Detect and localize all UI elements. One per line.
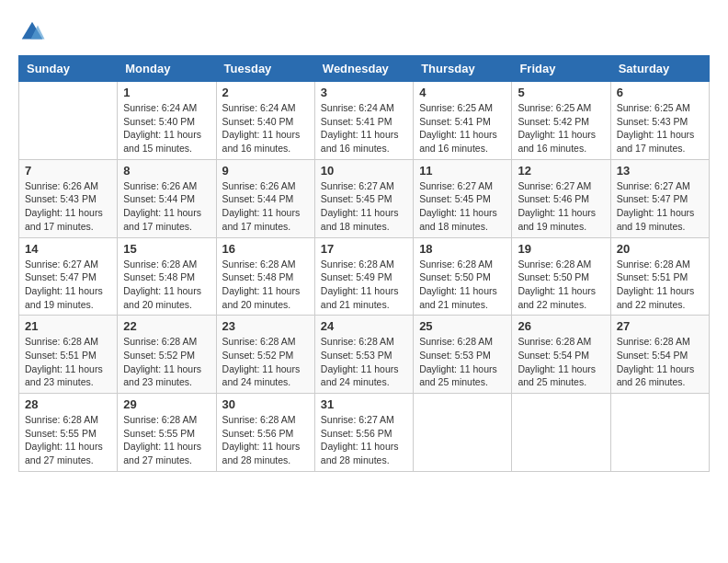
day-number: 9 [222, 164, 309, 178]
day-number: 15 [123, 242, 210, 256]
calendar-cell [610, 394, 709, 472]
week-row-4: 21Sunrise: 6:28 AM Sunset: 5:51 PM Dayli… [19, 316, 710, 394]
cell-info: Sunrise: 6:28 AM Sunset: 5:53 PM Dayligh… [321, 335, 407, 389]
day-number: 20 [617, 242, 703, 256]
cell-info: Sunrise: 6:27 AM Sunset: 5:45 PM Dayligh… [419, 179, 506, 234]
cell-info: Sunrise: 6:24 AM Sunset: 5:40 PM Dayligh… [222, 101, 309, 155]
day-number: 27 [617, 319, 703, 333]
calendar-cell: 9Sunrise: 6:26 AM Sunset: 5:44 PM Daylig… [216, 159, 314, 237]
cell-info: Sunrise: 6:27 AM Sunset: 5:45 PM Dayligh… [321, 179, 407, 234]
calendar-cell: 17Sunrise: 6:28 AM Sunset: 5:49 PM Dayli… [314, 237, 413, 316]
week-row-2: 7Sunrise: 6:26 AM Sunset: 5:43 PM Daylig… [19, 159, 710, 237]
calendar-cell: 8Sunrise: 6:26 AM Sunset: 5:44 PM Daylig… [118, 159, 216, 237]
calendar-cell: 7Sunrise: 6:26 AM Sunset: 5:43 PM Daylig… [19, 159, 118, 237]
cell-info: Sunrise: 6:25 AM Sunset: 5:41 PM Dayligh… [419, 101, 506, 155]
day-number: 10 [321, 164, 407, 178]
cell-info: Sunrise: 6:28 AM Sunset: 5:50 PM Dayligh… [419, 258, 506, 312]
calendar-cell: 28Sunrise: 6:28 AM Sunset: 5:55 PM Dayli… [19, 394, 118, 472]
day-number: 16 [222, 242, 309, 256]
cell-info: Sunrise: 6:27 AM Sunset: 5:46 PM Dayligh… [518, 179, 604, 234]
cell-info: Sunrise: 6:26 AM Sunset: 5:43 PM Dayligh… [25, 179, 111, 234]
calendar-cell: 3Sunrise: 6:24 AM Sunset: 5:41 PM Daylig… [314, 82, 413, 160]
column-header-monday: Monday [118, 56, 216, 82]
cell-info: Sunrise: 6:26 AM Sunset: 5:44 PM Dayligh… [123, 179, 210, 234]
calendar-cell: 26Sunrise: 6:28 AM Sunset: 5:54 PM Dayli… [512, 316, 610, 394]
page-header [18, 18, 710, 46]
calendar-cell: 22Sunrise: 6:28 AM Sunset: 5:52 PM Dayli… [118, 316, 216, 394]
day-number: 26 [518, 319, 604, 333]
calendar-cell: 31Sunrise: 6:27 AM Sunset: 5:56 PM Dayli… [314, 394, 413, 472]
day-number: 30 [222, 397, 309, 411]
calendar-cell: 4Sunrise: 6:25 AM Sunset: 5:41 PM Daylig… [414, 82, 512, 160]
cell-info: Sunrise: 6:27 AM Sunset: 5:47 PM Dayligh… [25, 258, 111, 312]
header-row: SundayMondayTuesdayWednesdayThursdayFrid… [19, 56, 710, 82]
day-number: 29 [123, 397, 210, 411]
column-header-wednesday: Wednesday [314, 56, 413, 82]
calendar-cell: 15Sunrise: 6:28 AM Sunset: 5:48 PM Dayli… [118, 237, 216, 316]
cell-info: Sunrise: 6:28 AM Sunset: 5:54 PM Dayligh… [518, 335, 604, 389]
day-number: 19 [518, 242, 604, 256]
cell-info: Sunrise: 6:28 AM Sunset: 5:51 PM Dayligh… [25, 335, 111, 389]
day-number: 5 [518, 86, 604, 99]
calendar-cell: 2Sunrise: 6:24 AM Sunset: 5:40 PM Daylig… [216, 82, 314, 160]
cell-info: Sunrise: 6:28 AM Sunset: 5:50 PM Dayligh… [518, 258, 604, 312]
day-number: 3 [321, 86, 407, 99]
cell-info: Sunrise: 6:27 AM Sunset: 5:56 PM Dayligh… [321, 413, 407, 467]
calendar-cell [512, 394, 610, 472]
cell-info: Sunrise: 6:25 AM Sunset: 5:43 PM Dayligh… [617, 101, 703, 155]
day-number: 18 [419, 242, 506, 256]
column-header-friday: Friday [512, 56, 610, 82]
cell-info: Sunrise: 6:28 AM Sunset: 5:48 PM Dayligh… [222, 258, 309, 312]
calendar-cell: 16Sunrise: 6:28 AM Sunset: 5:48 PM Dayli… [216, 237, 314, 316]
calendar-cell: 20Sunrise: 6:28 AM Sunset: 5:51 PM Dayli… [610, 237, 709, 316]
calendar-cell: 14Sunrise: 6:27 AM Sunset: 5:47 PM Dayli… [19, 237, 118, 316]
day-number: 17 [321, 242, 407, 256]
day-number: 21 [25, 319, 111, 333]
calendar-cell: 24Sunrise: 6:28 AM Sunset: 5:53 PM Dayli… [314, 316, 413, 394]
cell-info: Sunrise: 6:27 AM Sunset: 5:47 PM Dayligh… [617, 179, 703, 234]
day-number: 12 [518, 164, 604, 178]
day-number: 1 [123, 86, 210, 99]
calendar-cell: 21Sunrise: 6:28 AM Sunset: 5:51 PM Dayli… [19, 316, 118, 394]
cell-info: Sunrise: 6:26 AM Sunset: 5:44 PM Dayligh… [222, 179, 309, 234]
column-header-saturday: Saturday [610, 56, 709, 82]
cell-info: Sunrise: 6:25 AM Sunset: 5:42 PM Dayligh… [518, 101, 604, 155]
calendar-cell: 1Sunrise: 6:24 AM Sunset: 5:40 PM Daylig… [118, 82, 216, 160]
cell-info: Sunrise: 6:28 AM Sunset: 5:51 PM Dayligh… [617, 258, 703, 312]
cell-info: Sunrise: 6:28 AM Sunset: 5:52 PM Dayligh… [123, 335, 210, 389]
day-number: 11 [419, 164, 506, 178]
day-number: 4 [419, 86, 506, 99]
day-number: 22 [123, 319, 210, 333]
day-number: 13 [617, 164, 703, 178]
day-number: 6 [617, 86, 703, 99]
column-header-thursday: Thursday [414, 56, 512, 82]
column-header-sunday: Sunday [19, 56, 118, 82]
cell-info: Sunrise: 6:28 AM Sunset: 5:53 PM Dayligh… [419, 335, 506, 389]
logo-icon [18, 18, 46, 46]
calendar-cell: 25Sunrise: 6:28 AM Sunset: 5:53 PM Dayli… [414, 316, 512, 394]
cell-info: Sunrise: 6:28 AM Sunset: 5:54 PM Dayligh… [617, 335, 703, 389]
calendar-cell: 19Sunrise: 6:28 AM Sunset: 5:50 PM Dayli… [512, 237, 610, 316]
calendar-table: SundayMondayTuesdayWednesdayThursdayFrid… [18, 55, 710, 472]
day-number: 14 [25, 242, 111, 256]
calendar-cell: 11Sunrise: 6:27 AM Sunset: 5:45 PM Dayli… [414, 159, 512, 237]
calendar-cell: 10Sunrise: 6:27 AM Sunset: 5:45 PM Dayli… [314, 159, 413, 237]
cell-info: Sunrise: 6:28 AM Sunset: 5:55 PM Dayligh… [123, 413, 210, 467]
logo [18, 18, 50, 46]
calendar-cell: 5Sunrise: 6:25 AM Sunset: 5:42 PM Daylig… [512, 82, 610, 160]
day-number: 2 [222, 86, 309, 99]
day-number: 8 [123, 164, 210, 178]
calendar-cell: 29Sunrise: 6:28 AM Sunset: 5:55 PM Dayli… [118, 394, 216, 472]
calendar-cell: 30Sunrise: 6:28 AM Sunset: 5:56 PM Dayli… [216, 394, 314, 472]
day-number: 31 [321, 397, 407, 411]
week-row-3: 14Sunrise: 6:27 AM Sunset: 5:47 PM Dayli… [19, 237, 710, 316]
day-number: 24 [321, 319, 407, 333]
week-row-1: 1Sunrise: 6:24 AM Sunset: 5:40 PM Daylig… [19, 82, 710, 160]
cell-info: Sunrise: 6:24 AM Sunset: 5:41 PM Dayligh… [321, 101, 407, 155]
cell-info: Sunrise: 6:28 AM Sunset: 5:52 PM Dayligh… [222, 335, 309, 389]
cell-info: Sunrise: 6:24 AM Sunset: 5:40 PM Dayligh… [123, 101, 210, 155]
calendar-cell: 12Sunrise: 6:27 AM Sunset: 5:46 PM Dayli… [512, 159, 610, 237]
calendar-cell: 13Sunrise: 6:27 AM Sunset: 5:47 PM Dayli… [610, 159, 709, 237]
day-number: 25 [419, 319, 506, 333]
week-row-5: 28Sunrise: 6:28 AM Sunset: 5:55 PM Dayli… [19, 394, 710, 472]
